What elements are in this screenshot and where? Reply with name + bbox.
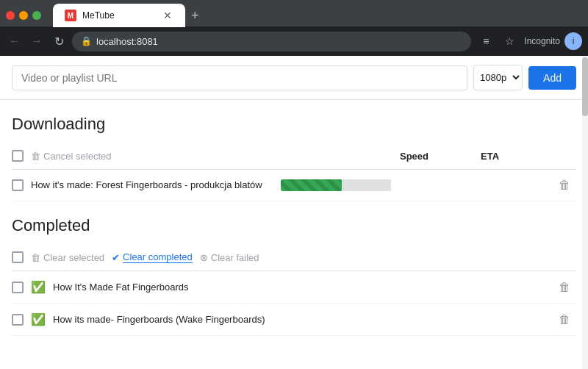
incognito-label: Incognito <box>524 36 560 46</box>
close-window-btn[interactable] <box>6 11 15 20</box>
completed-item-1-title: How It's Made Fat Fingerboards <box>53 281 545 294</box>
forward-button[interactable]: → <box>28 32 46 50</box>
maximize-window-btn[interactable] <box>32 11 41 20</box>
add-button[interactable]: Add <box>528 66 576 90</box>
scrollbar-thumb[interactable] <box>582 57 588 116</box>
completed-item-1-checkbox[interactable] <box>12 282 24 293</box>
video-url-input[interactable] <box>12 65 467 90</box>
progress-bar-fill <box>281 179 342 191</box>
title-bar: M MeTube ✕ + <box>0 0 588 26</box>
delete-completed-1-button[interactable]: 🗑 <box>553 281 576 294</box>
tab-bar: M MeTube ✕ + <box>47 4 211 27</box>
url-bar[interactable]: 🔒 localhost:8081 <box>72 32 471 51</box>
completed-item-2-checkbox[interactable] <box>12 314 24 326</box>
active-tab[interactable]: M MeTube ✕ <box>53 4 185 27</box>
success-icon-2: ✅ <box>31 312 46 326</box>
eta-col-header: ETA <box>481 151 539 162</box>
lock-icon: 🔒 <box>81 36 92 46</box>
reload-button[interactable]: ↻ <box>50 32 68 50</box>
completed-title: Completed <box>12 201 576 244</box>
browser-chrome: M MeTube ✕ + ← → ↻ 🔒 localhost:8081 ≡ ☆ … <box>0 0 588 56</box>
delete-download-button[interactable]: 🗑 <box>553 179 576 192</box>
downloading-title: Downloading <box>12 100 576 143</box>
tab-close-icon[interactable]: ✕ <box>162 10 173 21</box>
avatar[interactable]: i <box>564 32 582 50</box>
back-button[interactable]: ← <box>6 32 24 50</box>
cast-icon[interactable]: ≡ <box>476 31 496 51</box>
download-item-title: How it's made: Forest Fingerboards - pro… <box>31 179 273 192</box>
success-icon-1: ✅ <box>31 280 46 294</box>
select-all-downloading-checkbox[interactable] <box>12 150 24 162</box>
completed-section: Completed 🗑 Clear selected ✔ Clear compl… <box>0 201 588 336</box>
clear-completed-button[interactable]: ✔ Clear completed <box>112 251 193 263</box>
completed-row-2: ✅ How its made- Fingerboards (Wake Finge… <box>12 304 576 336</box>
download-item-checkbox[interactable] <box>12 179 24 191</box>
trash-icon: 🗑 <box>31 151 40 162</box>
completed-row-1: ✅ How It's Made Fat Fingerboards 🗑 <box>12 271 576 304</box>
url-text: localhost:8081 <box>96 36 462 47</box>
speed-col-header: Speed <box>400 151 473 162</box>
page-content: 1080p Add Downloading 🗑 Cancel selected … <box>0 56 588 369</box>
address-bar: ← → ↻ 🔒 localhost:8081 ≡ ☆ Incognito i <box>0 26 588 56</box>
check-circle-icon: ✔ <box>112 252 120 263</box>
downloading-section: Downloading 🗑 Cancel selected Speed ETA … <box>0 100 588 201</box>
select-all-completed-checkbox[interactable] <box>12 251 24 263</box>
incognito-area: Incognito i <box>524 32 582 50</box>
download-row: How it's made: Forest Fingerboards - pro… <box>12 170 576 201</box>
tab-label: MeTube <box>82 10 156 21</box>
delete-completed-2-button[interactable]: 🗑 <box>553 313 576 326</box>
progress-bar <box>281 179 391 191</box>
x-circle-icon: ⊗ <box>200 252 208 263</box>
downloading-toolbar: 🗑 Cancel selected Speed ETA <box>12 143 576 170</box>
trash-icon-2: 🗑 <box>31 252 40 263</box>
completed-toolbar: 🗑 Clear selected ✔ Clear completed ⊗ Cle… <box>12 244 576 271</box>
tab-favicon: M <box>65 10 76 21</box>
cancel-selected-button[interactable]: 🗑 Cancel selected <box>31 151 112 162</box>
scrollbar-track <box>582 56 588 369</box>
clear-selected-button[interactable]: 🗑 Clear selected <box>31 252 104 263</box>
window-controls <box>6 11 41 20</box>
minimize-window-btn[interactable] <box>19 11 28 20</box>
bookmark-icon[interactable]: ☆ <box>499 31 520 51</box>
url-input-bar: 1080p Add <box>0 56 588 100</box>
quality-select[interactable]: 1080p <box>473 65 523 90</box>
new-tab-button[interactable]: + <box>185 8 205 24</box>
browser-actions: ≡ ☆ <box>476 31 520 51</box>
completed-item-2-title: How its made- Fingerboards (Wake Fingerb… <box>53 313 545 326</box>
clear-failed-button[interactable]: ⊗ Clear failed <box>200 252 259 263</box>
